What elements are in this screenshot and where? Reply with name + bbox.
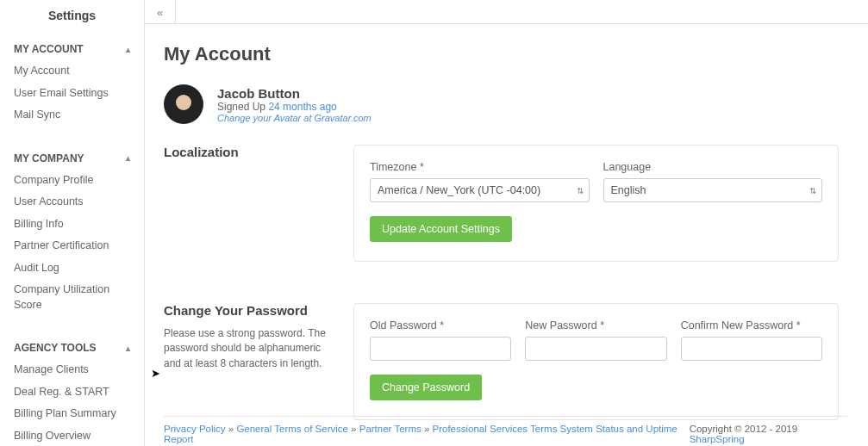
sidebar-title: Settings — [0, 9, 144, 22]
chevron-up-icon: ▴ — [126, 153, 130, 163]
chevron-up-icon: ▴ — [126, 344, 130, 353]
sidebar-item-partner-certification[interactable]: Partner Certification — [0, 235, 144, 257]
footer-links: Privacy Policy » General Terms of Servic… — [164, 424, 690, 444]
sidebar-item-audit-log[interactable]: Audit Log — [0, 257, 144, 280]
sidebar-item-company-utilization-score[interactable]: Company Utilization Score — [0, 279, 144, 316]
localization-card: Timezone * America / New_York (UTC -04:0… — [353, 145, 839, 262]
sidebar-item-my-account[interactable]: My Account — [0, 60, 144, 83]
confirm-password-label: Confirm New Password * — [681, 319, 822, 331]
footer: Privacy Policy » General Terms of Servic… — [164, 416, 849, 444]
topbar: « — [145, 0, 868, 24]
old-password-label: Old Password * — [370, 319, 511, 331]
new-password-label: New Password * — [525, 319, 666, 331]
sidebar-section-my-company[interactable]: MY COMPANY ▴ — [0, 147, 144, 170]
gravatar-link[interactable]: Change your Avatar at Gravatar.com — [217, 113, 372, 123]
section-label: MY COMPANY — [14, 152, 84, 164]
avatar — [164, 84, 203, 124]
signed-up-link[interactable]: 24 months ago — [268, 101, 336, 113]
profile-signed-up: Signed Up 24 months ago — [217, 101, 372, 113]
partner-terms-link[interactable]: Partner Terms — [359, 424, 422, 434]
footer-copyright: Copyright © 2012 - 2019 SharpSpring — [690, 424, 849, 444]
sidebar-item-billing-info[interactable]: Billing Info — [0, 214, 144, 236]
old-password-input[interactable] — [370, 337, 511, 361]
sidebar-item-mail-sync[interactable]: Mail Sync — [0, 104, 144, 127]
sidebar-item-deal-reg-start[interactable]: Deal Reg. & START — [0, 381, 144, 404]
signed-up-prefix: Signed Up — [217, 101, 268, 113]
profile-header: Jacob Button Signed Up 24 months ago Cha… — [164, 84, 839, 124]
language-label: Language — [603, 161, 823, 173]
sidebar-item-company-profile[interactable]: Company Profile — [0, 170, 144, 192]
sidebar-section-my-account[interactable]: MY ACCOUNT ▴ — [0, 38, 144, 60]
main-content: My Account Jacob Button Signed Up 24 mon… — [145, 24, 858, 446]
page-title: My Account — [164, 43, 839, 65]
section-label: AGENCY TOOLS — [14, 342, 97, 354]
chevron-double-left-icon: « — [157, 6, 163, 19]
sidebar-section-agency-tools[interactable]: AGENCY TOOLS ▴ — [0, 337, 144, 359]
collapse-sidebar-button[interactable]: « — [145, 0, 176, 24]
sidebar-item-manage-clients[interactable]: Manage Clients — [0, 359, 144, 381]
localization-section: Localization Timezone * America / New_Yo… — [164, 145, 839, 262]
profile-name: Jacob Button — [217, 86, 372, 101]
change-password-section: Change Your Password Please use a strong… — [164, 303, 839, 420]
update-account-settings-button[interactable]: Update Account Settings — [370, 216, 512, 242]
sidebar-item-billing-overview[interactable]: Billing Overview — [0, 425, 144, 447]
localization-title: Localization — [164, 145, 336, 159]
change-password-button[interactable]: Change Password — [370, 375, 482, 400]
new-password-input[interactable] — [525, 337, 666, 361]
chevron-up-icon: ▴ — [126, 45, 130, 54]
brand-link[interactable]: SharpSpring — [690, 434, 745, 444]
sidebar-item-user-email-settings[interactable]: User Email Settings — [0, 83, 144, 105]
pro-services-terms-link[interactable]: Professional Services Terms — [433, 424, 558, 434]
settings-sidebar: Settings MY ACCOUNT ▴ My Account User Em… — [0, 0, 145, 446]
sidebar-item-billing-plan-summary[interactable]: Billing Plan Summary — [0, 403, 144, 425]
privacy-policy-link[interactable]: Privacy Policy — [164, 424, 226, 434]
timezone-label: Timezone * — [370, 161, 590, 173]
section-label: MY ACCOUNT — [14, 43, 84, 55]
change-password-title: Change Your Password — [164, 303, 336, 318]
confirm-password-input[interactable] — [681, 337, 822, 361]
change-password-card: Old Password * New Password * Confirm Ne… — [353, 303, 839, 420]
password-help-text: Please use a strong password. The passwo… — [164, 326, 336, 371]
timezone-select[interactable]: America / New_York (UTC -04:00) — [370, 178, 590, 202]
language-select[interactable]: English — [603, 178, 823, 202]
general-terms-link[interactable]: General Terms of Service — [236, 424, 348, 434]
sidebar-item-user-accounts[interactable]: User Accounts — [0, 191, 144, 214]
